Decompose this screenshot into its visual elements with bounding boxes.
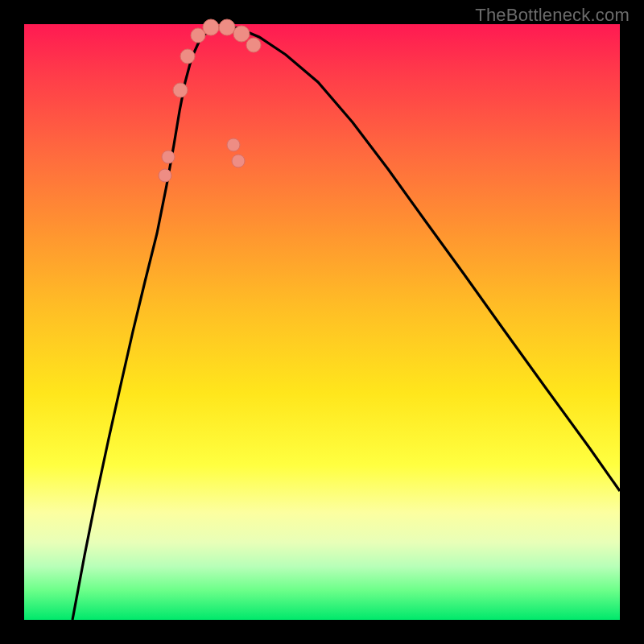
curve-marker: [233, 26, 250, 42]
chart-frame: TheBottleneck.com: [0, 0, 644, 644]
curve-marker: [180, 49, 195, 64]
curve-marker: [232, 155, 245, 167]
curve-marker: [159, 169, 171, 182]
gradient-plot-area: [24, 24, 620, 620]
watermark-text: TheBottleneck.com: [475, 5, 630, 26]
curve-marker: [203, 19, 219, 35]
curve-marker: [219, 19, 235, 35]
bottleneck-curve: [24, 24, 620, 620]
curve-marker: [246, 38, 261, 52]
curve-marker: [173, 83, 188, 97]
curve-markers: [159, 19, 261, 182]
curve-line: [72, 26, 620, 620]
curve-marker: [162, 151, 175, 163]
curve-marker: [227, 138, 240, 151]
